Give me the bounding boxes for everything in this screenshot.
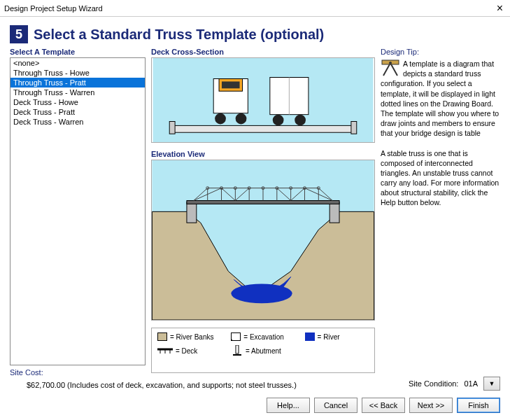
step-number-badge: 5 (10, 25, 28, 43)
template-list[interactable]: <none>Through Truss - HoweThrough Truss … (10, 57, 146, 365)
template-item[interactable]: <none> (10, 58, 145, 68)
svg-point-13 (295, 115, 306, 126)
help-button[interactable]: Help... (267, 398, 310, 413)
compass-icon (381, 59, 400, 78)
back-button[interactable]: << Back (362, 398, 405, 413)
svg-rect-18 (187, 200, 339, 204)
close-icon[interactable]: × (494, 2, 506, 15)
svg-point-15 (231, 284, 292, 303)
deck-section-label: Deck Cross-Section (151, 48, 375, 56)
deck-cross-section-panel (151, 57, 375, 143)
next-button[interactable]: Next >> (409, 398, 453, 413)
svg-rect-2 (169, 121, 175, 134)
template-item[interactable]: Through Truss - Howe (10, 68, 145, 78)
legend-deck-label: = Deck (176, 347, 197, 355)
template-list-label: Select A Template (10, 48, 146, 56)
finish-button[interactable]: Finish (457, 398, 500, 413)
template-item[interactable]: Deck Truss - Pratt (10, 107, 145, 117)
elevation-label: Elevation View (151, 150, 375, 158)
svg-rect-47 (236, 345, 239, 354)
site-condition-label: Site Condition: (409, 379, 459, 388)
svg-rect-17 (330, 202, 339, 223)
abutment-icon (232, 345, 243, 356)
legend-excavation: = Excavation (231, 332, 295, 341)
template-item[interactable]: Through Truss - Pratt (10, 78, 145, 88)
window-title: Design Project Setup Wizard (4, 4, 103, 13)
cancel-button[interactable]: Cancel (314, 398, 357, 413)
svg-point-7 (215, 113, 226, 125)
svg-point-8 (236, 113, 247, 125)
chevron-down-icon: ▼ (489, 380, 495, 387)
titlebar: Design Project Setup Wizard × (0, 0, 510, 17)
template-item[interactable]: Deck Truss - Howe (10, 97, 145, 107)
elevation-view-panel (151, 160, 375, 321)
site-cost-value: $62,700.00 (Includes cost of deck, excav… (27, 381, 297, 389)
svg-point-50 (389, 62, 392, 64)
svg-rect-1 (172, 125, 354, 132)
design-tip-label: Design Tip: (381, 48, 500, 56)
legend-river: = River (305, 332, 369, 341)
deck-icon (157, 346, 173, 355)
legend-abutment: = Abutment (232, 345, 296, 356)
legend-river-label: = River (318, 333, 340, 341)
legend-deck: = Deck (157, 346, 222, 355)
design-tip-body: A template is a diagram that depicts a s… (381, 59, 500, 208)
site-condition-value: 01A (464, 379, 478, 388)
svg-rect-3 (351, 121, 357, 134)
legend-abutment-label: = Abutment (246, 347, 281, 355)
svg-rect-6 (222, 81, 240, 88)
site-condition-dropdown[interactable]: ▼ (483, 377, 500, 391)
legend-river-banks: = River Banks (157, 332, 221, 341)
deck-cross-section-svg (152, 58, 374, 142)
template-item[interactable]: Through Truss - Warren (10, 88, 145, 97)
svg-point-12 (273, 115, 284, 126)
site-cost-label: Site Cost: (10, 368, 500, 377)
template-item[interactable]: Deck Truss - Warren (10, 117, 145, 127)
legend-excavation-label: = Excavation (243, 333, 284, 341)
step-header: 5 Select a Standard Truss Template (opti… (0, 17, 510, 48)
tip-paragraph-2: A stable truss is one that is composed o… (381, 149, 499, 207)
elevation-view-svg (152, 160, 374, 320)
svg-rect-16 (187, 202, 197, 223)
legend-river-banks-label: = River Banks (170, 333, 214, 341)
step-title: Select a Standard Truss Template (option… (34, 27, 324, 43)
